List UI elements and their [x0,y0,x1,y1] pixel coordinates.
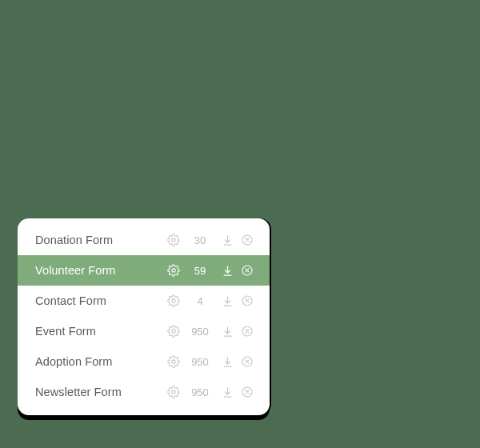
svg-point-0 [172,238,175,242]
gear-icon[interactable] [164,264,183,277]
download-icon[interactable] [217,234,238,246]
form-name: Newsletter Form [35,386,164,398]
svg-point-8 [172,360,175,363]
submission-count: 950 [183,326,217,338]
forms-card: Donation Form 30 Volunteer Form [18,218,270,415]
list-item[interactable]: Donation Form 30 [18,225,270,255]
form-name: Contact Form [35,294,164,307]
list-item[interactable]: Contact Form 4 [18,286,270,316]
list-item[interactable]: Volunteer Form 59 [18,255,270,286]
close-circle-icon[interactable] [238,386,257,398]
list-item[interactable]: Newsletter Form 950 [18,377,270,407]
list-item[interactable]: Event Form 950 [18,316,270,346]
list-item[interactable]: Adoption Form 950 [18,346,270,377]
svg-point-10 [172,390,175,394]
form-name: Donation Form [35,234,164,246]
download-icon[interactable] [217,295,238,307]
gear-icon[interactable] [164,234,183,246]
svg-point-4 [172,299,175,302]
form-name: Volunteer Form [35,264,164,277]
submission-count: 4 [183,295,217,307]
download-icon[interactable] [217,326,238,338]
svg-point-6 [172,330,175,333]
svg-point-2 [172,269,175,272]
close-circle-icon[interactable] [238,325,257,338]
submission-count: 950 [183,356,217,368]
submission-count: 59 [183,265,217,277]
gear-icon[interactable] [164,355,183,368]
gear-icon[interactable] [164,325,183,338]
close-circle-icon[interactable] [238,355,257,368]
gear-icon[interactable] [164,386,183,398]
submission-count: 950 [183,386,217,398]
download-icon[interactable] [217,386,238,398]
close-circle-icon[interactable] [238,234,257,246]
download-icon[interactable] [217,356,238,368]
form-name: Adoption Form [35,355,164,368]
close-circle-icon[interactable] [238,264,257,277]
close-circle-icon[interactable] [238,294,257,307]
gear-icon[interactable] [164,294,183,307]
form-name: Event Form [35,325,164,338]
download-icon[interactable] [217,265,238,277]
submission-count: 30 [183,234,217,246]
